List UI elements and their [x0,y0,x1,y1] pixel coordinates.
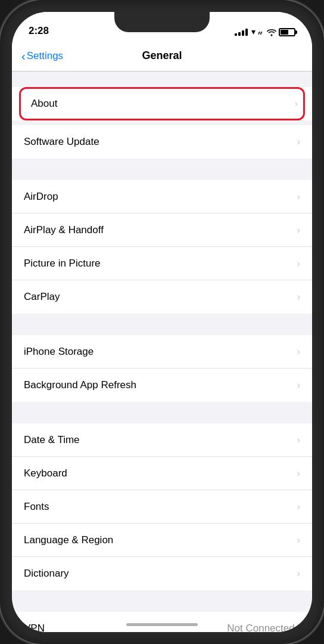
language-region-label: Language & Region [24,534,113,546]
settings-row-fonts[interactable]: Fonts › [12,490,312,524]
chevron-right-icon: › [295,98,298,109]
section-gap-2 [12,159,312,180]
section-gap-4 [12,402,312,423]
keyboard-label: Keyboard [24,467,67,479]
keyboard-row-right: › [297,468,300,479]
phone-screen: 2:28 ▾︎ 𝓊 [12,12,312,632]
language-region-row-right: › [297,535,300,546]
airdrop-row-right: › [297,191,300,202]
software-update-label: Software Update [24,136,99,148]
settings-row-iphone-storage[interactable]: iPhone Storage › [12,335,312,369]
fonts-label: Fonts [24,501,49,513]
locale-group: Date & Time › Keyboard › Fonts › [12,423,312,590]
chevron-right-icon: › [297,623,300,632]
vpn-value: Not Connected [227,623,294,632]
iphone-storage-label: iPhone Storage [24,346,94,358]
settings-row-software-update[interactable]: Software Update › [12,125,312,159]
chevron-right-icon: › [297,568,300,579]
settings-row-vpn[interactable]: VPN Not Connected › [12,612,312,632]
status-time: 2:28 [29,25,49,37]
carplay-row-right: › [297,292,300,302]
wifi-icon: ▾︎ 𝓊 [251,27,263,37]
chevron-right-icon: › [297,380,300,391]
settings-row-about[interactable]: About › [19,87,305,120]
status-icons: ▾︎ 𝓊 [235,27,295,37]
settings-row-language-region[interactable]: Language & Region › [12,524,312,557]
settings-row-dictionary[interactable]: Dictionary › [12,557,312,590]
section-gap [12,72,312,82]
chevron-right-icon: › [297,292,300,302]
vpn-label: VPN [24,623,45,632]
back-chevron-icon: ‹ [21,50,26,62]
iphone-storage-row-right: › [297,346,300,357]
about-section-group: About › [12,87,312,120]
back-label: Settings [27,50,63,62]
airdrop-label: AirDrop [24,191,58,203]
software-update-group: Software Update › [12,125,312,159]
carplay-label: CarPlay [24,291,60,303]
settings-row-background-app-refresh[interactable]: Background App Refresh › [12,369,312,402]
settings-row-keyboard[interactable]: Keyboard › [12,457,312,490]
storage-group: iPhone Storage › Background App Refresh … [12,335,312,402]
chevron-right-icon: › [297,137,300,147]
date-time-label: Date & Time [24,434,80,446]
chevron-right-icon: › [297,468,300,479]
wifi-signal-icon [266,28,277,36]
phone-frame: 2:28 ▾︎ 𝓊 [0,0,324,644]
background-app-refresh-label: Background App Refresh [24,379,136,391]
settings-row-carplay[interactable]: CarPlay › [12,280,312,314]
dictionary-label: Dictionary [24,568,69,580]
picture-in-picture-label: Picture in Picture [24,258,101,270]
chevron-right-icon: › [297,191,300,202]
section-gap-3 [12,314,312,335]
chevron-right-icon: › [297,435,300,445]
battery-icon [279,28,295,36]
chevron-right-icon: › [297,258,300,269]
fonts-row-right: › [297,501,300,512]
vpn-group: VPN Not Connected › [12,612,312,632]
software-update-row-right: › [297,137,300,147]
nav-bar: ‹ Settings General [12,41,312,72]
vpn-row-right: Not Connected › [227,623,300,632]
airplay-handoff-label: AirPlay & Handoff [24,224,104,236]
chevron-right-icon: › [297,535,300,546]
settings-row-picture-in-picture[interactable]: Picture in Picture › [12,247,312,280]
settings-row-airdrop[interactable]: AirDrop › [12,180,312,213]
section-gap-5 [12,590,312,612]
date-time-row-right: › [297,435,300,445]
signal-icon [235,29,248,36]
background-app-refresh-row-right: › [297,380,300,391]
about-row-right: › [295,98,298,109]
airplay-handoff-row-right: › [297,225,300,236]
phone-notch [114,12,210,32]
about-label: About [31,98,57,110]
chevron-right-icon: › [297,225,300,236]
page-title: General [142,49,182,62]
settings-row-date-time[interactable]: Date & Time › [12,423,312,457]
back-button[interactable]: ‹ Settings [21,50,63,62]
chevron-right-icon: › [297,501,300,512]
settings-row-airplay-handoff[interactable]: AirPlay & Handoff › [12,213,312,247]
chevron-right-icon: › [297,346,300,357]
settings-content: About › Software Update › [12,72,312,632]
dictionary-row-right: › [297,568,300,579]
picture-in-picture-row-right: › [297,258,300,269]
home-indicator [126,623,198,626]
connectivity-group: AirDrop › AirPlay & Handoff › Picture in… [12,180,312,314]
